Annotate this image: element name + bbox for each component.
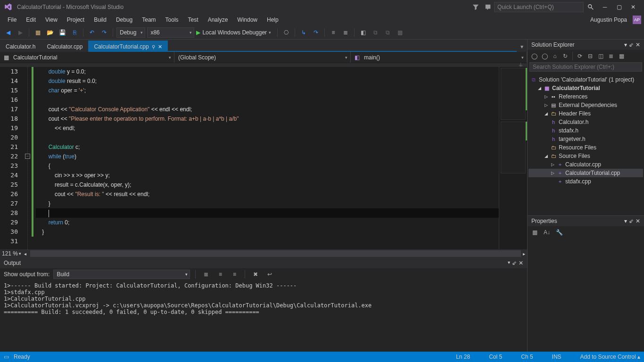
new-file-button[interactable]: ▦: [33, 27, 43, 38]
status-scc[interactable]: Add to Source Control ▴: [580, 354, 640, 360]
header-files-node[interactable]: ◢🗀Header Files: [528, 109, 643, 118]
start-debug-button[interactable]: ▶ Local Windows Debugger ▾: [196, 29, 274, 36]
step-into-icon[interactable]: ↳: [298, 27, 309, 38]
menu-debug[interactable]: Debug: [111, 16, 137, 24]
sol-sync-icon[interactable]: ↻: [561, 51, 570, 61]
props-wrench-icon[interactable]: 🔧: [554, 227, 564, 238]
panel-dropdown-icon[interactable]: ▾: [624, 218, 627, 224]
uncomment-icon[interactable]: ⧉: [382, 27, 393, 38]
solution-node[interactable]: ⧉Solution 'CalculatorTutorial' (1 projec…: [528, 75, 643, 84]
close-tab-icon[interactable]: ✕: [158, 44, 162, 50]
project-node[interactable]: ◢▦CalculatorTutorial: [528, 84, 643, 92]
tab-calculator-cpp[interactable]: Calculator.cpp: [41, 41, 88, 52]
resource-files-node[interactable]: 🗀Resource Files: [528, 143, 643, 152]
comment-icon[interactable]: ⧉: [370, 27, 380, 38]
menu-edit[interactable]: Edit: [21, 16, 41, 24]
notification-icon[interactable]: [485, 4, 491, 10]
nav-project-dropdown[interactable]: ▦ CalculatorTutorial: [0, 52, 174, 63]
indent-increase-icon[interactable]: ≣: [340, 27, 351, 38]
save-all-button[interactable]: ⎘: [69, 27, 80, 38]
sol-refresh-icon[interactable]: ⟳: [575, 51, 585, 61]
panel-close-icon[interactable]: ✕: [519, 260, 523, 266]
file-calculator-cpp[interactable]: ▷+Calculator.cpp: [528, 160, 643, 169]
fold-toggle[interactable]: −: [25, 154, 30, 159]
external-deps-node[interactable]: ▷▤External Dependencies: [528, 101, 643, 109]
zoom-level[interactable]: 121 %: [2, 250, 18, 257]
platform-dropdown[interactable]: x86: [147, 27, 194, 38]
pin-icon[interactable]: ⚲: [152, 44, 155, 49]
open-file-button[interactable]: 📂: [45, 27, 55, 38]
nav-scope-dropdown[interactable]: (Global Scope): [174, 52, 351, 63]
menu-help[interactable]: Help: [262, 16, 283, 24]
menu-window[interactable]: Window: [232, 16, 262, 24]
file-calculator-h[interactable]: hCalculator.h: [528, 118, 643, 126]
minimap[interactable]: [499, 67, 527, 249]
output-clear-icon[interactable]: ✖: [250, 269, 261, 280]
solution-search-input[interactable]: [529, 62, 642, 72]
file-targetver-h[interactable]: htargetver.h: [528, 135, 643, 143]
tab-calculator-h[interactable]: Calculator.h: [0, 41, 41, 52]
redo-button[interactable]: ↷: [99, 27, 109, 38]
panel-pin-icon[interactable]: ⇙: [512, 260, 517, 266]
menu-view[interactable]: View: [41, 16, 62, 24]
menu-project[interactable]: Project: [62, 16, 89, 24]
menu-analyze[interactable]: Analyze: [203, 16, 233, 24]
search-icon[interactable]: [587, 4, 594, 10]
panel-close-icon[interactable]: ✕: [636, 41, 640, 48]
menu-file[interactable]: File: [3, 16, 21, 24]
panel-dropdown-icon[interactable]: ▾: [508, 260, 510, 266]
sol-home-icon[interactable]: ⌂: [550, 51, 560, 61]
bookmark-icon[interactable]: ◧: [358, 27, 368, 38]
file-stdafx-cpp[interactable]: +stdafx.cpp: [528, 177, 643, 186]
source-files-node[interactable]: ◢🗀Source Files: [528, 152, 643, 160]
menu-test[interactable]: Test: [183, 16, 203, 24]
panel-close-icon[interactable]: ✕: [636, 218, 640, 224]
props-sort-icon[interactable]: A↓: [542, 227, 552, 238]
step-over-icon[interactable]: ↷: [311, 27, 321, 38]
references-node[interactable]: ▷▪▪References: [528, 92, 643, 101]
nav-member-dropdown[interactable]: ◧ main(): [351, 52, 527, 63]
sol-collapse-icon[interactable]: ⊟: [586, 51, 595, 61]
panel-dropdown-icon[interactable]: ▾: [624, 41, 627, 48]
output-icon-2[interactable]: ≡: [215, 269, 225, 280]
output-icon-3[interactable]: ≡: [229, 269, 239, 280]
nav-back-button[interactable]: ◀: [3, 27, 13, 38]
solution-search[interactable]: [528, 62, 644, 74]
user-avatar[interactable]: AP: [633, 16, 641, 24]
file-calculatortutorial-cpp[interactable]: ▷+CalculatorTutorial.cpp: [528, 169, 643, 177]
file-stdafx-h[interactable]: hstdafx.h: [528, 126, 643, 135]
quick-launch-input[interactable]: Quick Launch (Ctrl+Q): [494, 2, 584, 12]
menu-team[interactable]: Team: [137, 16, 160, 24]
output-text[interactable]: 1>------ Build started: Project: Calcula…: [0, 280, 527, 352]
code-editor[interactable]: 13141516171819202122232425262728293031 −…: [0, 67, 527, 249]
user-name[interactable]: Augustin Popa: [590, 16, 630, 23]
panel-pin-icon[interactable]: ⇙: [629, 218, 634, 224]
tabs-overflow-icon[interactable]: ▾: [517, 41, 527, 52]
filter-icon[interactable]: [472, 4, 479, 10]
output-from-dropdown[interactable]: Build: [53, 270, 190, 279]
output-wrap-icon[interactable]: ↩: [264, 269, 275, 280]
menu-build[interactable]: Build: [89, 16, 111, 24]
config-dropdown[interactable]: Debug: [116, 27, 145, 38]
minimize-button[interactable]: ─: [598, 1, 612, 13]
panel-pin-icon[interactable]: ⇙: [629, 41, 634, 48]
sol-fwd-icon[interactable]: ◯: [540, 51, 549, 61]
toolbar-icon-1[interactable]: ⎔: [281, 27, 291, 38]
maximize-button[interactable]: ▢: [612, 1, 626, 13]
props-cat-icon[interactable]: ▦: [529, 227, 540, 238]
close-button[interactable]: ✕: [626, 1, 640, 13]
output-icon-1[interactable]: ≣: [201, 269, 211, 280]
save-button[interactable]: 💾: [57, 27, 67, 38]
tab-calculatortutorial-cpp[interactable]: CalculatorTutorial.cpp ⚲ ✕: [88, 41, 167, 52]
nav-fwd-button[interactable]: ▶: [15, 27, 25, 38]
sol-back-icon[interactable]: ◯: [529, 51, 539, 61]
sol-showall-icon[interactable]: ◫: [596, 51, 605, 61]
sol-props-icon[interactable]: ≣: [606, 51, 616, 61]
undo-button[interactable]: ↶: [87, 27, 97, 38]
h-scrollbar[interactable]: [30, 250, 521, 257]
sol-preview-icon[interactable]: ▦: [617, 51, 626, 61]
indent-decrease-icon[interactable]: ≡: [328, 27, 339, 38]
menu-tools[interactable]: Tools: [161, 16, 183, 24]
editor-split-grip[interactable]: ╪: [0, 63, 527, 67]
toolbar-icon-end[interactable]: ▦: [395, 27, 405, 38]
